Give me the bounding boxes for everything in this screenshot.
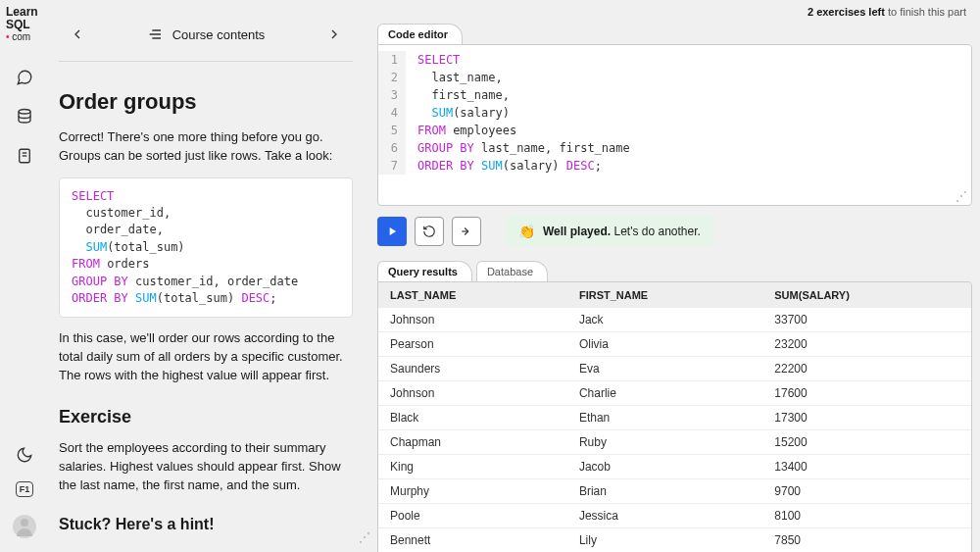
- table-header: SUM(SALARY): [762, 282, 971, 308]
- hint-heading: Stuck? Here's a hint!: [59, 516, 353, 533]
- avatar[interactable]: [13, 515, 36, 538]
- line-gutter: 1234567: [378, 51, 406, 175]
- tab-query-results[interactable]: Query results: [377, 261, 472, 281]
- moon-icon[interactable]: [16, 446, 33, 464]
- pane-resize-handle[interactable]: ⋰: [359, 530, 370, 544]
- example-sql: SELECT customer_id, order_date, SUM(tota…: [59, 177, 353, 319]
- feedback-rest: Let's do another.: [611, 225, 701, 238]
- editor-tab-label: Code editor: [388, 28, 448, 40]
- logo-line2: SQL: [6, 18, 30, 31]
- svg-point-0: [19, 110, 30, 115]
- exercise-text: Sort the employees according to their su…: [59, 439, 353, 495]
- logo-suffix: com: [12, 31, 30, 42]
- table-row[interactable]: MurphyBrian9700: [378, 479, 971, 504]
- table-row[interactable]: KingJacob13400: [378, 455, 971, 479]
- logo-line1: Learn: [6, 5, 38, 19]
- exercise-heading: Exercise: [59, 407, 353, 427]
- left-rail: [0, 69, 49, 165]
- course-contents-button[interactable]: Course contents: [147, 26, 266, 42]
- logo-dot: •: [6, 31, 10, 42]
- results-panel[interactable]: LAST_NAMEFIRST_NAMESUM(SALARY) JohnsonJa…: [377, 281, 972, 552]
- run-button[interactable]: [377, 217, 407, 246]
- editor-wrap: Code editor 1234567 SELECT last_name, fi…: [377, 24, 972, 206]
- keyboard-icon[interactable]: F1: [16, 481, 33, 497]
- tab-database[interactable]: Database: [476, 261, 548, 281]
- code-lines[interactable]: SELECT last_name, first_name, SUM(salary…: [406, 51, 630, 175]
- left-rail-bottom: F1: [0, 446, 49, 538]
- table-row[interactable]: PooleJessica8100: [378, 504, 971, 528]
- prev-lesson-button[interactable]: [69, 25, 86, 43]
- lesson-explain: In this case, we'll order our rows accor…: [59, 329, 353, 385]
- table-header: FIRST_NAME: [567, 282, 762, 308]
- code-editor[interactable]: 1234567 SELECT last_name, first_name, SU…: [377, 44, 972, 206]
- lesson-content: Order groups Correct! There's one more t…: [59, 62, 353, 539]
- editor-tab[interactable]: Code editor: [377, 24, 463, 44]
- course-contents-label: Course contents: [172, 27, 266, 42]
- table-row[interactable]: BennettLily7850: [378, 528, 971, 553]
- table-row[interactable]: BlackEthan17300: [378, 406, 971, 430]
- table-row[interactable]: PearsonOlivia23200: [378, 332, 971, 357]
- svg-point-4: [21, 519, 28, 527]
- lesson-intro: Correct! There's one more thing before y…: [59, 128, 353, 166]
- table-row[interactable]: SaundersEva22200: [378, 357, 971, 381]
- results-wrap: Query results Database LAST_NAMEFIRST_NA…: [377, 261, 972, 552]
- table-header: LAST_NAME: [378, 282, 567, 308]
- share-button[interactable]: [452, 217, 481, 246]
- logo[interactable]: Learn SQL • com: [6, 6, 38, 42]
- list-icon: [147, 26, 163, 42]
- course-bar: Course contents: [59, 20, 353, 62]
- reset-button[interactable]: [415, 217, 444, 246]
- lesson-title: Order groups: [59, 89, 353, 115]
- editor-resize-handle[interactable]: ⋰: [956, 189, 967, 203]
- next-lesson-button[interactable]: [325, 25, 343, 43]
- table-row[interactable]: JohnsonCharlie17600: [378, 381, 971, 406]
- clap-icon: 👏: [518, 224, 535, 239]
- table-row[interactable]: JohnsonJack33700: [378, 308, 971, 332]
- editor-toolbar: 👏 Well played. Let's do another.: [377, 216, 972, 247]
- right-area: 2 exercises left to finish this part Cod…: [377, 0, 980, 552]
- chat-icon[interactable]: [16, 69, 33, 86]
- table-row[interactable]: ChapmanRuby15200: [378, 430, 971, 455]
- progress-text: 2 exercises left to finish this part: [377, 0, 972, 24]
- note-icon[interactable]: [16, 147, 33, 165]
- lesson-pane: Course contents Order groups Correct! Th…: [59, 20, 353, 539]
- database-icon[interactable]: [16, 108, 33, 125]
- feedback-pill: 👏 Well played. Let's do another.: [505, 216, 714, 247]
- results-table: LAST_NAMEFIRST_NAMESUM(SALARY) JohnsonJa…: [378, 282, 971, 552]
- feedback-strong: Well played.: [543, 225, 611, 238]
